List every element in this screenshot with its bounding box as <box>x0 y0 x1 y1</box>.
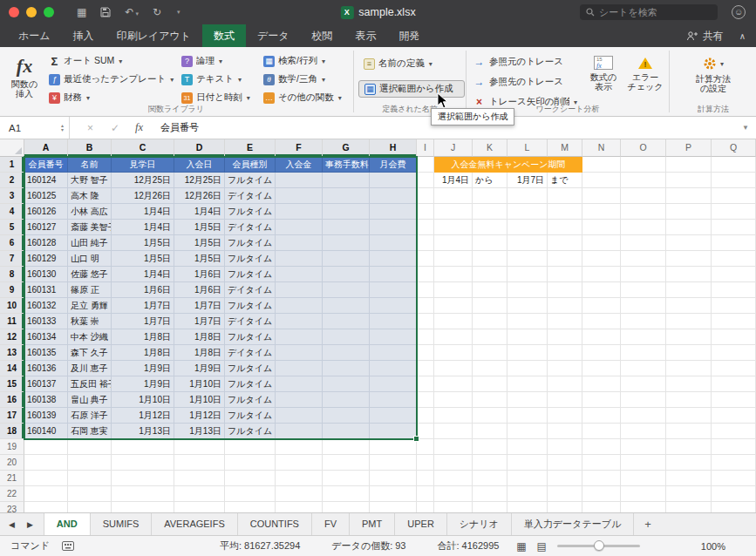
cancel-icon[interactable]: × <box>87 122 93 134</box>
ribbon-tab-8[interactable]: 開発 <box>388 24 432 47</box>
cell-e6[interactable]: フルタイム <box>225 235 276 251</box>
cell-f18[interactable] <box>276 424 323 439</box>
cell-m21[interactable] <box>548 471 582 486</box>
lookup-reference-button[interactable]: ▦ 検索/行列 ▾ <box>260 53 351 69</box>
cell-p11[interactable] <box>666 314 712 329</box>
cell-f1[interactable]: 入会金 <box>276 157 323 173</box>
cell-c23[interactable] <box>112 502 174 512</box>
cell-f23[interactable] <box>276 502 323 512</box>
cell-b4[interactable]: 小林 高広 <box>68 204 112 220</box>
feedback-smiley-icon[interactable]: ☺ <box>732 5 746 19</box>
cell-l19[interactable] <box>507 439 548 455</box>
cell-a18[interactable]: 160140 <box>24 424 68 439</box>
cell-d11[interactable]: 1月7日 <box>174 314 225 329</box>
cell-a23[interactable] <box>24 502 68 512</box>
trace-precedents-button[interactable]: → 参照元のトレース <box>467 53 582 71</box>
cell-q18[interactable] <box>712 424 756 439</box>
row-header-4[interactable]: 4 <box>0 204 24 220</box>
row-header-23[interactable]: 23 <box>0 502 24 512</box>
cell-g7[interactable] <box>323 251 370 267</box>
cell-q6[interactable] <box>712 235 756 251</box>
cell-g5[interactable] <box>323 220 370 235</box>
cell-g17[interactable] <box>323 408 370 424</box>
row-header-6[interactable]: 6 <box>0 235 24 251</box>
cell-k22[interactable] <box>473 486 507 502</box>
cell-g11[interactable] <box>323 314 370 329</box>
column-header-k[interactable]: K <box>473 139 507 157</box>
cell-l11[interactable] <box>507 314 548 329</box>
autosum-button[interactable]: Σ オート SUM ▾ <box>45 53 178 69</box>
cell-b15[interactable]: 五反田 裕子 <box>68 376 112 392</box>
cell-o19[interactable] <box>621 439 666 455</box>
toolbar-options-icon[interactable]: ▾ <box>177 9 180 16</box>
cell-m7[interactable] <box>548 251 582 267</box>
cell-h10[interactable] <box>370 298 417 314</box>
cell-c4[interactable]: 1月4日 <box>112 204 174 220</box>
cell-c3[interactable]: 12月26日 <box>112 188 174 204</box>
cell-p10[interactable] <box>666 298 712 314</box>
cell-o8[interactable] <box>621 267 666 282</box>
cell-k2[interactable]: から <box>473 173 507 188</box>
cell-b2[interactable]: 大野 智子 <box>68 173 112 188</box>
cell-f8[interactable] <box>276 267 323 282</box>
cell-a8[interactable]: 160130 <box>24 267 68 282</box>
cell-p13[interactable] <box>666 345 712 361</box>
cell-e18[interactable]: フルタイム <box>225 424 276 439</box>
cell-d9[interactable]: 1月6日 <box>174 282 225 298</box>
cell-d15[interactable]: 1月10日 <box>174 376 225 392</box>
cell-f21[interactable] <box>276 471 323 486</box>
cell-g9[interactable] <box>323 282 370 298</box>
cell-c9[interactable]: 1月6日 <box>112 282 174 298</box>
cell-g3[interactable] <box>323 188 370 204</box>
cell-f14[interactable] <box>276 361 323 376</box>
cell-b13[interactable]: 森下 久子 <box>68 345 112 361</box>
column-header-a[interactable]: A <box>24 139 68 157</box>
cell-l7[interactable] <box>507 251 548 267</box>
cell-i17[interactable] <box>417 408 434 424</box>
cell-j21[interactable] <box>434 471 473 486</box>
cell-q5[interactable] <box>712 220 756 235</box>
cell-h19[interactable] <box>370 439 417 455</box>
cell-q19[interactable] <box>712 439 756 455</box>
cell-g21[interactable] <box>323 471 370 486</box>
cell-m20[interactable] <box>548 455 582 471</box>
cell-c8[interactable]: 1月4日 <box>112 267 174 282</box>
cell-f9[interactable] <box>276 282 323 298</box>
zoom-window-button[interactable] <box>44 7 54 17</box>
cell-b12[interactable]: 中本 沙織 <box>68 329 112 345</box>
cell-k18[interactable] <box>473 424 507 439</box>
cell-n15[interactable] <box>582 376 621 392</box>
cell-m22[interactable] <box>548 486 582 502</box>
cell-f22[interactable] <box>276 486 323 502</box>
cell-i12[interactable] <box>417 329 434 345</box>
cell-d1[interactable]: 入会日 <box>174 157 225 173</box>
cell-f3[interactable] <box>276 188 323 204</box>
expand-formula-bar-icon[interactable]: ▼ <box>742 124 749 132</box>
cell-g19[interactable] <box>323 439 370 455</box>
share-button[interactable]: 共有 <box>686 29 724 44</box>
cell-i8[interactable] <box>417 267 434 282</box>
cell-b10[interactable]: 足立 勇輝 <box>68 298 112 314</box>
cell-g16[interactable] <box>323 392 370 408</box>
cell-o9[interactable] <box>621 282 666 298</box>
cell-f12[interactable] <box>276 329 323 345</box>
cell-b6[interactable]: 山田 純子 <box>68 235 112 251</box>
cell-o2[interactable] <box>621 173 666 188</box>
close-window-button[interactable] <box>9 7 19 17</box>
cell-n16[interactable] <box>582 392 621 408</box>
calculation-options-button[interactable]: ▾ 計算方法の設定 <box>678 51 748 93</box>
cell-e13[interactable]: デイタイム <box>225 345 276 361</box>
column-header-l[interactable]: L <box>507 139 548 157</box>
redo-button[interactable]: ↻ <box>153 6 161 18</box>
cell-p21[interactable] <box>666 471 712 486</box>
cell-k6[interactable] <box>473 235 507 251</box>
cell-f20[interactable] <box>276 455 323 471</box>
cell-h8[interactable] <box>370 267 417 282</box>
zoom-slider-knob[interactable] <box>594 540 604 551</box>
ribbon-tab-1[interactable]: ホーム <box>7 24 62 47</box>
cell-o5[interactable] <box>621 220 666 235</box>
cell-n10[interactable] <box>582 298 621 314</box>
cell-q4[interactable] <box>712 204 756 220</box>
cell-g10[interactable] <box>323 298 370 314</box>
cell-q20[interactable] <box>712 455 756 471</box>
